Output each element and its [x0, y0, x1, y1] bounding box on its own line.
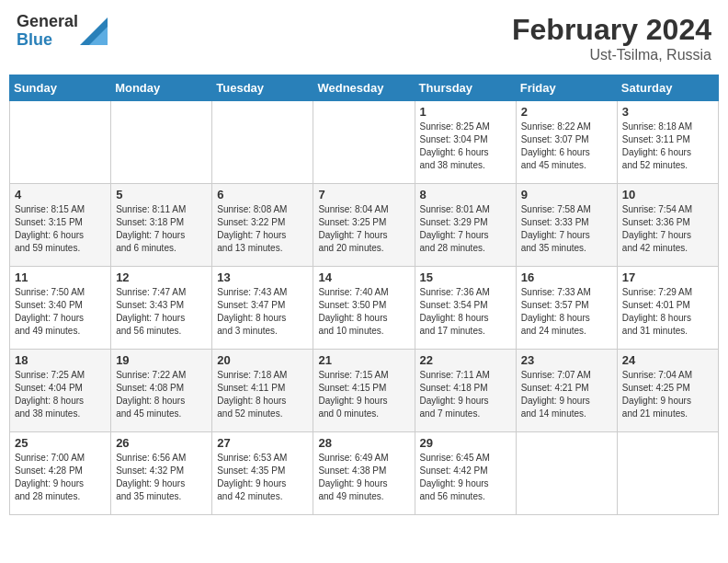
weekday-header-tuesday: Tuesday [212, 75, 313, 101]
calendar-cell: 28Sunrise: 6:49 AM Sunset: 4:38 PM Dayli… [313, 432, 415, 515]
calendar-cell: 22Sunrise: 7:11 AM Sunset: 4:18 PM Dayli… [415, 350, 516, 432]
weekday-header-wednesday: Wednesday [313, 75, 415, 101]
calendar-cell: 4Sunrise: 8:15 AM Sunset: 3:15 PM Daylig… [10, 184, 111, 267]
day-number: 27 [217, 436, 308, 450]
day-number: 19 [116, 353, 207, 367]
day-number: 23 [521, 353, 612, 367]
day-info: Sunrise: 8:15 AM Sunset: 3:15 PM Dayligh… [15, 203, 106, 255]
calendar-cell: 9Sunrise: 7:58 AM Sunset: 3:33 PM Daylig… [516, 184, 617, 267]
day-number: 22 [420, 353, 511, 367]
day-info: Sunrise: 7:22 AM Sunset: 4:08 PM Dayligh… [116, 369, 207, 420]
calendar-week-row: 4Sunrise: 8:15 AM Sunset: 3:15 PM Daylig… [10, 184, 719, 267]
day-number: 25 [15, 436, 106, 450]
calendar-cell: 11Sunrise: 7:50 AM Sunset: 3:40 PM Dayli… [10, 267, 111, 350]
calendar-cell: 26Sunrise: 6:56 AM Sunset: 4:32 PM Dayli… [111, 432, 212, 515]
day-number: 1 [420, 105, 511, 119]
day-number: 14 [318, 270, 409, 284]
calendar-cell: 8Sunrise: 8:01 AM Sunset: 3:29 PM Daylig… [415, 184, 516, 267]
day-number: 16 [521, 270, 612, 284]
calendar-cell: 5Sunrise: 8:11 AM Sunset: 3:18 PM Daylig… [111, 184, 212, 267]
weekday-header-thursday: Thursday [415, 75, 516, 101]
title-block: February 2024 Ust-Tsilma, Russia [512, 13, 711, 63]
calendar-week-row: 1Sunrise: 8:25 AM Sunset: 3:04 PM Daylig… [10, 101, 719, 184]
day-number: 9 [521, 188, 612, 201]
calendar-cell [516, 432, 617, 515]
day-number: 10 [622, 188, 713, 201]
day-number: 13 [217, 270, 308, 284]
day-info: Sunrise: 7:29 AM Sunset: 4:01 PM Dayligh… [622, 286, 713, 338]
calendar-cell: 1Sunrise: 8:25 AM Sunset: 3:04 PM Daylig… [415, 101, 516, 184]
day-info: Sunrise: 6:56 AM Sunset: 4:32 PM Dayligh… [116, 452, 207, 503]
day-info: Sunrise: 7:54 AM Sunset: 3:36 PM Dayligh… [622, 203, 713, 255]
calendar-week-row: 11Sunrise: 7:50 AM Sunset: 3:40 PM Dayli… [10, 267, 719, 350]
day-info: Sunrise: 8:04 AM Sunset: 3:25 PM Dayligh… [318, 203, 409, 255]
day-info: Sunrise: 8:22 AM Sunset: 3:07 PM Dayligh… [521, 121, 612, 172]
day-info: Sunrise: 8:08 AM Sunset: 3:22 PM Dayligh… [217, 203, 308, 255]
weekday-header-monday: Monday [111, 75, 212, 101]
calendar-week-row: 18Sunrise: 7:25 AM Sunset: 4:04 PM Dayli… [10, 350, 719, 432]
day-info: Sunrise: 7:33 AM Sunset: 3:57 PM Dayligh… [521, 286, 612, 338]
day-info: Sunrise: 7:15 AM Sunset: 4:15 PM Dayligh… [318, 369, 409, 420]
calendar-cell: 24Sunrise: 7:04 AM Sunset: 4:25 PM Dayli… [617, 350, 718, 432]
day-info: Sunrise: 7:50 AM Sunset: 3:40 PM Dayligh… [15, 286, 106, 338]
day-number: 6 [217, 188, 308, 201]
day-info: Sunrise: 8:01 AM Sunset: 3:29 PM Dayligh… [420, 203, 511, 255]
calendar-cell [212, 101, 313, 184]
calendar-cell: 17Sunrise: 7:29 AM Sunset: 4:01 PM Dayli… [617, 267, 718, 350]
day-info: Sunrise: 7:43 AM Sunset: 3:47 PM Dayligh… [217, 286, 308, 338]
calendar-cell: 13Sunrise: 7:43 AM Sunset: 3:47 PM Dayli… [212, 267, 313, 350]
calendar-cell: 3Sunrise: 8:18 AM Sunset: 3:11 PM Daylig… [617, 101, 718, 184]
day-info: Sunrise: 8:11 AM Sunset: 3:18 PM Dayligh… [116, 203, 207, 255]
day-info: Sunrise: 6:53 AM Sunset: 4:35 PM Dayligh… [217, 452, 308, 503]
calendar-cell: 7Sunrise: 8:04 AM Sunset: 3:25 PM Daylig… [313, 184, 415, 267]
day-number: 3 [622, 105, 713, 119]
day-number: 11 [15, 270, 106, 284]
location-subtitle: Ust-Tsilma, Russia [512, 47, 711, 63]
day-info: Sunrise: 7:11 AM Sunset: 4:18 PM Dayligh… [420, 369, 511, 420]
day-info: Sunrise: 7:07 AM Sunset: 4:21 PM Dayligh… [521, 369, 612, 420]
calendar-cell: 10Sunrise: 7:54 AM Sunset: 3:36 PM Dayli… [617, 184, 718, 267]
calendar-cell: 16Sunrise: 7:33 AM Sunset: 3:57 PM Dayli… [516, 267, 617, 350]
calendar-cell: 6Sunrise: 8:08 AM Sunset: 3:22 PM Daylig… [212, 184, 313, 267]
calendar-cell: 12Sunrise: 7:47 AM Sunset: 3:43 PM Dayli… [111, 267, 212, 350]
day-number: 15 [420, 270, 511, 284]
weekday-header-saturday: Saturday [617, 75, 718, 101]
calendar-cell: 2Sunrise: 8:22 AM Sunset: 3:07 PM Daylig… [516, 101, 617, 184]
calendar-cell: 19Sunrise: 7:22 AM Sunset: 4:08 PM Dayli… [111, 350, 212, 432]
calendar-cell [111, 101, 212, 184]
day-number: 8 [420, 188, 511, 201]
day-info: Sunrise: 6:45 AM Sunset: 4:42 PM Dayligh… [420, 452, 511, 503]
day-info: Sunrise: 7:40 AM Sunset: 3:50 PM Dayligh… [318, 286, 409, 338]
weekday-header-sunday: Sunday [10, 75, 111, 101]
calendar-cell: 14Sunrise: 7:40 AM Sunset: 3:50 PM Dayli… [313, 267, 415, 350]
logo-general-text: General [17, 13, 78, 31]
day-number: 24 [622, 353, 713, 367]
day-info: Sunrise: 7:25 AM Sunset: 4:04 PM Dayligh… [15, 369, 106, 420]
calendar-cell: 15Sunrise: 7:36 AM Sunset: 3:54 PM Dayli… [415, 267, 516, 350]
day-number: 5 [116, 188, 207, 201]
calendar-week-row: 25Sunrise: 7:00 AM Sunset: 4:28 PM Dayli… [10, 432, 719, 515]
calendar-cell: 18Sunrise: 7:25 AM Sunset: 4:04 PM Dayli… [10, 350, 111, 432]
calendar-table: SundayMondayTuesdayWednesdayThursdayFrid… [9, 75, 719, 515]
day-number: 21 [318, 353, 409, 367]
calendar-cell: 21Sunrise: 7:15 AM Sunset: 4:15 PM Dayli… [313, 350, 415, 432]
calendar-cell: 25Sunrise: 7:00 AM Sunset: 4:28 PM Dayli… [10, 432, 111, 515]
day-info: Sunrise: 7:47 AM Sunset: 3:43 PM Dayligh… [116, 286, 207, 338]
calendar-cell [313, 101, 415, 184]
weekday-header-friday: Friday [516, 75, 617, 101]
day-number: 2 [521, 105, 612, 119]
day-number: 17 [622, 270, 713, 284]
day-info: Sunrise: 7:00 AM Sunset: 4:28 PM Dayligh… [15, 452, 106, 503]
logo-blue-text: Blue [17, 31, 78, 50]
logo-icon [80, 17, 108, 45]
calendar-cell [617, 432, 718, 515]
day-number: 18 [15, 353, 106, 367]
day-info: Sunrise: 7:58 AM Sunset: 3:33 PM Dayligh… [521, 203, 612, 255]
logo: General Blue [17, 13, 108, 50]
day-info: Sunrise: 6:49 AM Sunset: 4:38 PM Dayligh… [318, 452, 409, 503]
month-year-title: February 2024 [512, 13, 711, 47]
calendar-cell: 23Sunrise: 7:07 AM Sunset: 4:21 PM Dayli… [516, 350, 617, 432]
day-info: Sunrise: 8:18 AM Sunset: 3:11 PM Dayligh… [622, 121, 713, 172]
day-number: 26 [116, 436, 207, 450]
weekday-header-row: SundayMondayTuesdayWednesdayThursdayFrid… [10, 75, 719, 101]
